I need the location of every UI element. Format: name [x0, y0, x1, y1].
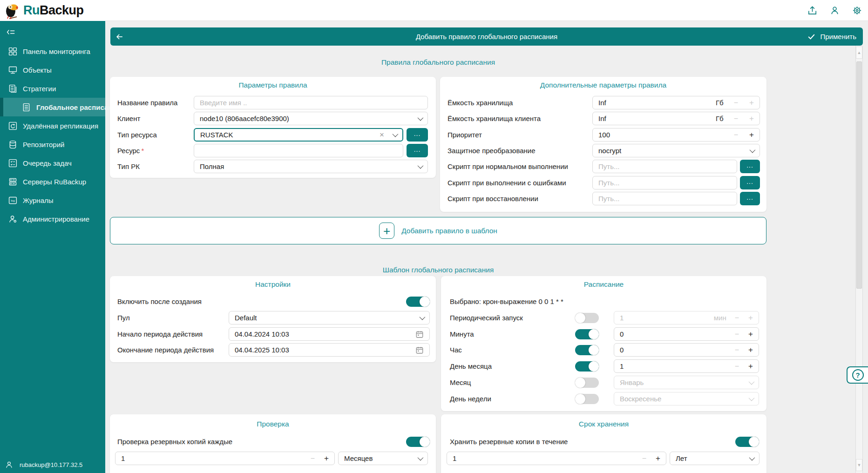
minute-label: Минута: [450, 330, 575, 338]
minus-stepper[interactable]: −: [734, 99, 738, 107]
minus-stepper[interactable]: −: [734, 115, 738, 123]
script-err-browse-button[interactable]: ...: [740, 176, 760, 189]
export-icon[interactable]: [807, 5, 818, 16]
verification-toggle[interactable]: [406, 437, 430, 447]
plus-stepper[interactable]: +: [749, 130, 754, 140]
crypt-select[interactable]: nocrypt: [592, 144, 760, 157]
sidebar-item-strategies[interactable]: Стратегии: [0, 79, 105, 98]
resource-type-browse-button[interactable]: ...: [407, 128, 428, 142]
capacity-input[interactable]: Inf Гб − +: [592, 96, 760, 109]
vertical-scrollbar[interactable]: ▲ ▼: [855, 46, 863, 473]
plus-stepper[interactable]: +: [748, 362, 753, 371]
period-start-input[interactable]: 04.04.2024 10:03: [229, 327, 430, 341]
add-rule-to-template-button[interactable]: + Добавить правило в шаблон: [110, 217, 766, 244]
hour-label: Час: [450, 346, 575, 354]
sidebar-item-repository[interactable]: Репозиторий: [0, 135, 105, 154]
sidebar-item-label: Объекты: [23, 66, 52, 74]
settings-gear-icon[interactable]: [852, 5, 862, 16]
verification-toggle-label: Проверка резервных копий каждые: [117, 438, 232, 446]
collapse-sidebar-icon[interactable]: [5, 27, 17, 37]
resource-label: Ресурс*: [117, 147, 194, 155]
rk-type-select[interactable]: Полная: [194, 160, 428, 173]
client-select[interactable]: node10 (806aacefc80e3900): [194, 112, 428, 125]
resource-type-combobox[interactable]: RUSTACK ×: [194, 128, 403, 142]
minus-stepper[interactable]: −: [642, 454, 646, 463]
schedule-card: Расписание Выбрано: крон-выражение 0 0 1…: [441, 276, 766, 411]
clear-x-icon[interactable]: ×: [380, 131, 384, 139]
apply-button-label: Применить: [820, 33, 856, 41]
calendar-icon[interactable]: [415, 330, 424, 338]
resource-type-label: Тип ресурса: [117, 131, 194, 139]
calendar-icon[interactable]: [415, 346, 424, 354]
monitor-icon: [8, 65, 18, 75]
day-of-month-toggle[interactable]: [575, 361, 599, 372]
capacity-label: Ёмкость хранилища: [448, 99, 592, 107]
scrollbar-thumb[interactable]: [856, 61, 862, 289]
chevron-down-icon: [749, 395, 755, 401]
periodic-run-input: 1 мин − +: [614, 311, 759, 324]
logo[interactable]: RuBackup: [0, 0, 105, 21]
minus-stepper[interactable]: −: [735, 362, 739, 371]
periodic-run-toggle[interactable]: [575, 313, 599, 323]
rule-name-input[interactable]: Введите имя ..: [194, 96, 428, 109]
script-err-input[interactable]: Путь...: [592, 176, 737, 189]
scroll-up-icon[interactable]: ▲: [856, 47, 862, 59]
script-ok-input[interactable]: Путь...: [592, 160, 737, 173]
sidebar: Панель мониторинга Объекты Стратегии Гло…: [0, 0, 105, 473]
resource-input[interactable]: [194, 144, 403, 157]
script-restore-input[interactable]: Путь...: [592, 192, 737, 205]
apply-button[interactable]: Применить: [800, 27, 863, 46]
month-toggle[interactable]: [575, 378, 599, 388]
chevron-down-icon: [418, 163, 424, 169]
script-restore-browse-button[interactable]: ...: [740, 192, 760, 205]
day-of-month-input[interactable]: 1 − +: [614, 359, 759, 373]
verification-unit-select[interactable]: Месяцев: [338, 452, 428, 465]
verification-card: Проверка Проверка резервных копий каждые…: [110, 414, 436, 473]
scroll-down-icon[interactable]: ▼: [856, 459, 862, 471]
client-capacity-input[interactable]: Inf Гб − +: [592, 112, 760, 125]
minus-stepper[interactable]: −: [311, 454, 315, 463]
retention-toggle[interactable]: [735, 437, 759, 447]
minute-input[interactable]: 0 − +: [614, 327, 759, 341]
sidebar-item-dashboard[interactable]: Панель мониторинга: [0, 42, 105, 61]
retention-unit-select[interactable]: Лет: [670, 452, 760, 465]
periodic-run-label: Периодический запуск: [450, 314, 575, 322]
sidebar-item-administration[interactable]: Администрирование: [0, 209, 105, 228]
arrow-left-icon: [115, 32, 124, 41]
sidebar-item-task-queue[interactable]: Очередь задач: [0, 154, 105, 172]
admin-user-gear-icon: [8, 214, 18, 224]
retention-count-input[interactable]: 1 − +: [447, 452, 666, 465]
sidebar-item-objects[interactable]: Объекты: [0, 61, 105, 79]
period-end-input[interactable]: 04.04.2025 10:03: [229, 343, 430, 357]
verification-count-input[interactable]: 1 − +: [115, 452, 335, 465]
sidebar-item-servers[interactable]: Серверы RuBackup: [0, 172, 105, 191]
sidebar-item-global-schedule[interactable]: Глобальное расписание: [0, 98, 105, 116]
sidebar-user[interactable]: rubackup@10.177.32.5: [5, 460, 82, 469]
enable-after-create-toggle[interactable]: [406, 297, 430, 307]
hour-input[interactable]: 0 − +: [614, 343, 759, 357]
hour-toggle[interactable]: [575, 345, 599, 355]
back-button[interactable]: [110, 27, 129, 46]
minute-toggle[interactable]: [575, 329, 599, 339]
minus-stepper[interactable]: −: [735, 330, 739, 338]
resource-browse-button[interactable]: ...: [407, 144, 428, 157]
pool-label: Пул: [117, 314, 229, 322]
sidebar-item-journals[interactable]: log Журналы: [0, 191, 105, 209]
priority-input[interactable]: 100 − +: [592, 128, 760, 142]
user-account-icon[interactable]: [829, 5, 840, 16]
plus-stepper[interactable]: +: [324, 454, 329, 463]
plus-stepper[interactable]: +: [656, 454, 660, 463]
sidebar-item-remote-replication[interactable]: Удалённая репликация: [0, 116, 105, 135]
pool-select[interactable]: Default: [229, 311, 430, 324]
day-of-week-toggle[interactable]: [575, 394, 599, 404]
plus-stepper[interactable]: +: [748, 330, 753, 339]
plus-stepper[interactable]: +: [749, 114, 754, 123]
plus-stepper[interactable]: +: [749, 98, 754, 108]
script-ok-browse-button[interactable]: ...: [740, 160, 760, 173]
rules-section-heading: Правила глобального расписания: [110, 58, 766, 67]
minus-stepper[interactable]: −: [735, 346, 739, 354]
help-button[interactable]: ?: [847, 366, 868, 384]
sidebar-menu: Панель мониторинга Объекты Стратегии Гло…: [0, 42, 105, 228]
minus-stepper[interactable]: −: [734, 131, 738, 139]
plus-stepper[interactable]: +: [748, 345, 753, 355]
